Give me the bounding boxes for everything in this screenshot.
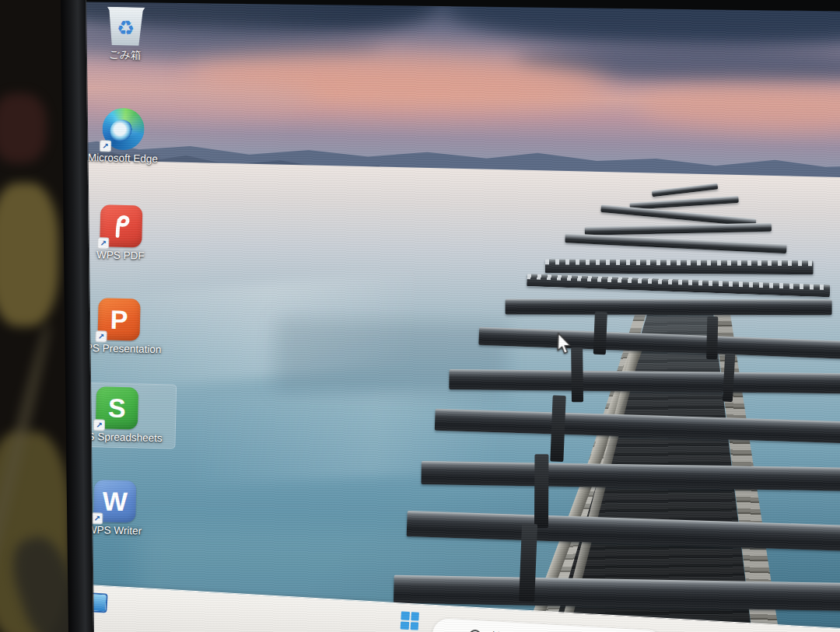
wps-spreadsheets-icon: S ↗ xyxy=(96,386,138,429)
pier-post xyxy=(706,316,718,359)
pier-beam xyxy=(652,183,718,197)
shortcut-arrow-icon: ↗ xyxy=(91,512,103,524)
shortcut-arrow-icon: ↗ xyxy=(97,237,109,249)
monitor-photo: ♻ ごみ箱 ↗ Microsoft Edge ↗ WPS PDF xyxy=(0,0,840,632)
pier-beam xyxy=(506,299,832,316)
pier-beam xyxy=(630,196,739,210)
pier-beam xyxy=(527,274,830,297)
recycle-bin-icon: ♻ xyxy=(104,4,147,47)
recycle-glyph: ♻ xyxy=(117,16,135,40)
screen: ♻ ごみ箱 ↗ Microsoft Edge ↗ WPS PDF xyxy=(42,0,840,632)
taskbar-search-box[interactable]: 検索 xyxy=(431,617,666,632)
wps-pdf-icon: ↗ xyxy=(100,204,142,247)
pier-beam xyxy=(565,233,786,253)
pier-post xyxy=(534,454,548,528)
shortcut-arrow-icon: ↗ xyxy=(100,140,111,152)
room-background xyxy=(0,0,68,632)
windows-logo-icon xyxy=(410,622,418,630)
pier-beam xyxy=(585,223,772,236)
widgets-icon xyxy=(93,595,106,612)
wps-pdf-glyph xyxy=(106,211,136,242)
pier-beam xyxy=(421,461,840,492)
shortcut-arrow-icon: ↗ xyxy=(95,330,107,342)
icon-label: ごみ箱 xyxy=(109,50,141,62)
icon-label: WPS Writer xyxy=(87,525,142,537)
wps-writer-icon: W ↗ xyxy=(93,480,136,522)
pier-post xyxy=(519,524,537,602)
pier-post xyxy=(550,395,565,462)
windows-logo-icon xyxy=(401,621,409,630)
windows-logo-icon xyxy=(411,612,419,620)
wps-presentation-icon: P ↗ xyxy=(97,298,140,340)
pier-beam xyxy=(449,369,840,394)
icon-label: WPS PDF xyxy=(96,250,145,262)
room-object xyxy=(0,183,59,326)
room-object xyxy=(0,93,47,163)
search-icon xyxy=(469,629,482,632)
pier-post xyxy=(593,312,607,355)
shortcut-arrow-icon: ↗ xyxy=(93,419,105,431)
search-placeholder: 検索 xyxy=(491,630,515,632)
start-button[interactable] xyxy=(401,611,419,630)
windows-logo-icon xyxy=(401,611,409,620)
mouse-cursor xyxy=(556,333,574,356)
pier-beam xyxy=(545,259,814,274)
icon-label: Microsoft Edge xyxy=(88,152,158,166)
edge-icon: ↗ xyxy=(102,107,145,150)
